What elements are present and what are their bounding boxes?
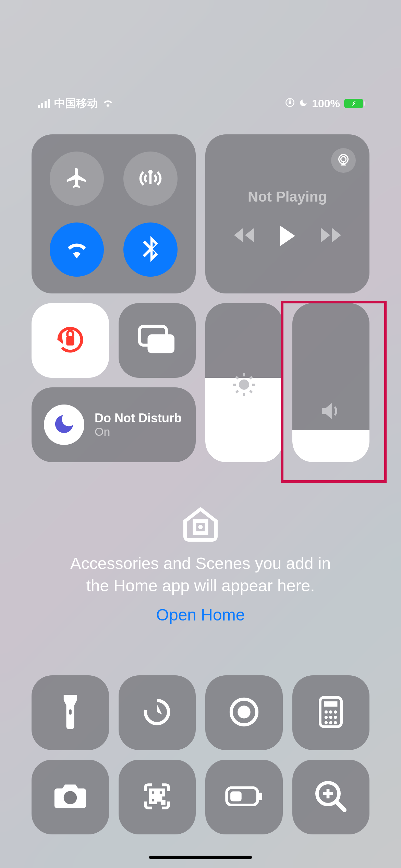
bluetooth-icon bbox=[142, 236, 159, 263]
sun-icon bbox=[232, 372, 256, 398]
home-indicator[interactable] bbox=[149, 856, 252, 859]
svg-rect-5 bbox=[66, 336, 74, 346]
svg-point-27 bbox=[334, 710, 337, 713]
svg-line-16 bbox=[250, 377, 252, 379]
orientation-lock-icon bbox=[53, 323, 87, 358]
svg-point-8 bbox=[239, 379, 249, 390]
orientation-lock-status-icon bbox=[285, 97, 295, 110]
cellular-signal-icon bbox=[38, 99, 50, 108]
connectivity-module[interactable] bbox=[32, 134, 196, 293]
wifi-status-icon bbox=[102, 97, 114, 110]
control-center-grid: Not Playing bbox=[32, 134, 369, 462]
status-right: 100% ⚡︎ bbox=[285, 97, 363, 110]
svg-point-30 bbox=[334, 716, 337, 719]
home-message-line2: the Home app will appear here. bbox=[32, 575, 369, 597]
svg-point-34 bbox=[64, 791, 77, 804]
camera-button[interactable] bbox=[32, 760, 109, 834]
moon-status-icon bbox=[299, 97, 308, 110]
volume-slider[interactable] bbox=[292, 303, 370, 462]
screen-record-button[interactable] bbox=[205, 675, 283, 750]
airplane-mode-button[interactable] bbox=[50, 152, 104, 206]
svg-rect-7 bbox=[148, 334, 175, 353]
svg-rect-24 bbox=[324, 701, 338, 707]
status-bar: 中国移动 100% ⚡︎ bbox=[0, 96, 401, 111]
bluetooth-button[interactable] bbox=[123, 222, 178, 277]
forward-button[interactable] bbox=[319, 227, 341, 244]
charging-bolt-icon: ⚡︎ bbox=[352, 100, 356, 107]
media-module[interactable]: Not Playing bbox=[205, 134, 369, 293]
svg-line-15 bbox=[236, 391, 238, 393]
svg-rect-42 bbox=[259, 793, 262, 800]
magnifier-button[interactable] bbox=[292, 760, 370, 834]
dnd-state: On bbox=[95, 425, 182, 438]
cellular-data-icon bbox=[138, 166, 162, 191]
svg-line-44 bbox=[336, 802, 344, 810]
svg-rect-39 bbox=[162, 801, 164, 804]
dnd-title: Do Not Disturb bbox=[95, 411, 182, 425]
media-controls bbox=[234, 226, 341, 246]
dnd-text: Do Not Disturb On bbox=[95, 411, 182, 438]
calculator-icon bbox=[319, 696, 343, 730]
svg-rect-38 bbox=[158, 798, 161, 800]
home-message-line1: Accessories and Scenes you add in bbox=[32, 553, 369, 575]
airplay-icon bbox=[337, 153, 350, 168]
svg-point-18 bbox=[198, 525, 203, 529]
svg-point-31 bbox=[325, 721, 328, 724]
svg-point-25 bbox=[325, 710, 328, 713]
speaker-icon bbox=[318, 401, 343, 422]
qr-scan-icon bbox=[142, 781, 172, 813]
wifi-button[interactable] bbox=[50, 222, 104, 277]
svg-point-22 bbox=[238, 706, 251, 719]
rewind-button[interactable] bbox=[234, 227, 256, 244]
moon-icon-circle bbox=[44, 405, 84, 445]
control-center: 中国移动 100% ⚡︎ bbox=[0, 0, 401, 868]
carrier-label: 中国移动 bbox=[54, 96, 98, 111]
screen-record-icon bbox=[229, 697, 259, 729]
svg-point-4 bbox=[341, 157, 346, 162]
svg-rect-37 bbox=[151, 798, 156, 803]
svg-line-13 bbox=[236, 377, 238, 379]
battery-icon: ⚡︎ bbox=[344, 99, 363, 108]
airplane-icon bbox=[65, 166, 89, 191]
svg-rect-35 bbox=[151, 790, 156, 795]
moon-icon bbox=[52, 412, 76, 437]
calculator-button[interactable] bbox=[292, 675, 370, 750]
home-icon bbox=[180, 504, 221, 543]
play-button[interactable] bbox=[280, 226, 295, 246]
screen-mirroring-icon bbox=[138, 325, 176, 356]
svg-rect-1 bbox=[289, 101, 291, 104]
flashlight-icon bbox=[61, 695, 80, 731]
magnifier-icon bbox=[314, 780, 347, 814]
cellular-data-button[interactable] bbox=[123, 152, 178, 206]
svg-rect-19 bbox=[69, 709, 72, 714]
now-playing-title: Not Playing bbox=[248, 189, 327, 205]
svg-point-29 bbox=[329, 716, 332, 719]
brightness-slider[interactable] bbox=[205, 303, 283, 462]
battery-percent-label: 100% bbox=[312, 97, 340, 110]
svg-point-28 bbox=[325, 716, 328, 719]
do-not-disturb-button[interactable]: Do Not Disturb On bbox=[32, 387, 196, 462]
open-home-link[interactable]: Open Home bbox=[156, 605, 245, 624]
volume-fill bbox=[292, 430, 370, 462]
svg-point-32 bbox=[329, 721, 332, 724]
timer-button[interactable] bbox=[119, 675, 196, 750]
timer-icon bbox=[142, 697, 172, 729]
svg-point-26 bbox=[329, 710, 332, 713]
status-left: 中国移动 bbox=[38, 96, 114, 111]
wifi-icon bbox=[64, 239, 89, 260]
svg-point-2 bbox=[148, 170, 153, 174]
flashlight-button[interactable] bbox=[32, 675, 109, 750]
qr-scan-button[interactable] bbox=[119, 760, 196, 834]
shortcuts-grid bbox=[32, 675, 369, 834]
low-power-icon bbox=[225, 786, 263, 808]
svg-point-33 bbox=[334, 721, 337, 724]
screen-mirroring-button[interactable] bbox=[119, 303, 196, 378]
orientation-lock-button[interactable] bbox=[32, 303, 109, 378]
camera-icon bbox=[53, 783, 87, 811]
home-module: Accessories and Scenes you add in the Ho… bbox=[32, 504, 369, 624]
svg-rect-36 bbox=[158, 790, 163, 795]
low-power-button[interactable] bbox=[205, 760, 283, 834]
airplay-button[interactable] bbox=[331, 148, 356, 173]
svg-rect-41 bbox=[230, 792, 242, 801]
svg-line-14 bbox=[250, 391, 252, 393]
